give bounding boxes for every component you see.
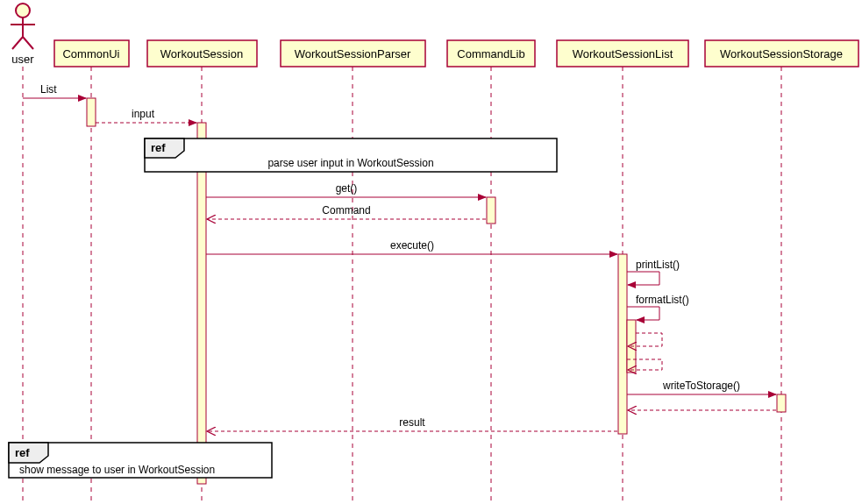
svg-text:ref: ref bbox=[15, 446, 30, 459]
msg-result-label: result bbox=[399, 416, 425, 429]
svg-text:show message to user in Workou: show message to user in WorkoutSession bbox=[19, 464, 215, 476]
participant-list: WorkoutSessionList bbox=[557, 40, 688, 67]
activation-storage bbox=[777, 394, 786, 412]
actor-user: user bbox=[11, 4, 35, 66]
participant-commonui: CommonUi bbox=[54, 40, 129, 67]
msg-formatlist bbox=[627, 307, 659, 320]
sequence-diagram: user CommonUi WorkoutSession WorkoutSess… bbox=[0, 0, 862, 504]
actor-label: user bbox=[11, 53, 34, 66]
svg-text:ref: ref bbox=[151, 141, 166, 154]
msg-formatlist-label: formatList() bbox=[636, 294, 689, 306]
activation-workoutsession bbox=[197, 123, 206, 484]
msg-input-label: input bbox=[132, 108, 155, 120]
svg-text:WorkoutSessionParser: WorkoutSessionParser bbox=[295, 47, 411, 60]
svg-line-3 bbox=[12, 37, 23, 49]
msg-execute-label: execute() bbox=[390, 239, 434, 252]
svg-text:CommandLib: CommandLib bbox=[457, 47, 524, 60]
participant-workoutsession: WorkoutSession bbox=[147, 40, 257, 67]
ref-show-message: ref show message to user in WorkoutSessi… bbox=[9, 443, 272, 478]
participant-commandlib: CommandLib bbox=[447, 40, 535, 67]
ref-parse-input: ref parse user input in WorkoutSession bbox=[145, 138, 557, 172]
svg-text:WorkoutSessionStorage: WorkoutSessionStorage bbox=[720, 47, 843, 60]
svg-point-0 bbox=[16, 4, 30, 18]
activation-commonui bbox=[87, 98, 96, 126]
participant-storage: WorkoutSessionStorage bbox=[705, 40, 858, 67]
activation-commandlib bbox=[487, 197, 495, 224]
msg-printlist-label: printList() bbox=[636, 259, 680, 271]
participant-parser: WorkoutSessionParser bbox=[281, 40, 425, 67]
svg-text:parse user input in WorkoutSes: parse user input in WorkoutSession bbox=[267, 157, 433, 169]
svg-text:WorkoutSession: WorkoutSession bbox=[160, 47, 243, 60]
svg-text:WorkoutSessionList: WorkoutSessionList bbox=[573, 47, 673, 60]
msg-printlist bbox=[627, 272, 659, 285]
msg-writestorage-label: writeToStorage() bbox=[662, 380, 740, 392]
msg-get-label: get() bbox=[336, 182, 358, 195]
svg-text:CommonUi: CommonUi bbox=[62, 47, 119, 60]
svg-line-4 bbox=[23, 37, 33, 49]
msg-list-label: List bbox=[40, 83, 57, 96]
msg-command-label: Command bbox=[322, 204, 370, 217]
activation-list-main bbox=[618, 254, 627, 434]
